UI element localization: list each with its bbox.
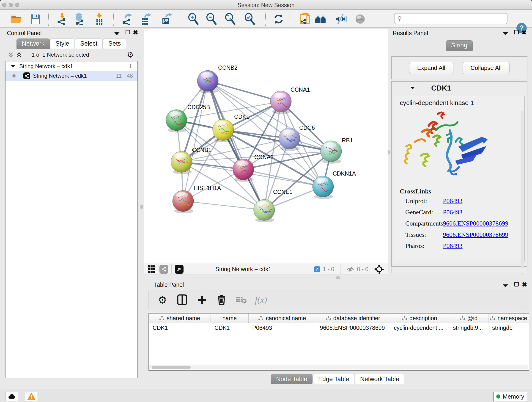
zoom-selected-button[interactable] xyxy=(243,13,256,26)
network-node-RB1[interactable] xyxy=(321,141,342,164)
delete-table-icon[interactable] xyxy=(235,294,247,306)
grid-view-icon[interactable] xyxy=(147,263,156,275)
scrollbar-thumb[interactable] xyxy=(152,366,191,369)
cell-shared-name: CDK1 xyxy=(149,323,211,332)
collapse-all-icon[interactable] xyxy=(7,51,14,58)
network-node-CDC6[interactable] xyxy=(279,128,300,151)
gear-icon[interactable]: ⚙ xyxy=(127,50,134,59)
protein-header-row[interactable]: CDK1 xyxy=(392,82,527,95)
import-network-file-button[interactable] xyxy=(56,13,69,26)
column-header[interactable]: canonical name xyxy=(249,313,316,323)
network-node-CCNA2[interactable] xyxy=(233,159,254,182)
uniprot-link[interactable]: P06493 xyxy=(443,197,462,205)
tab-string[interactable]: String xyxy=(446,40,473,51)
bottom-splitter-handle[interactable] xyxy=(336,276,340,279)
collapse-protein-icon[interactable] xyxy=(411,87,415,89)
tab-sets[interactable]: Sets xyxy=(103,38,126,49)
float-panel-icon[interactable] xyxy=(514,282,519,288)
show-columns-icon[interactable] xyxy=(176,294,188,306)
expand-all-button[interactable]: Expand All xyxy=(409,62,453,74)
create-column-plus-icon[interactable] xyxy=(196,294,208,306)
memory-button[interactable]: Memory xyxy=(493,392,527,401)
warnings-button[interactable] xyxy=(25,392,38,401)
panel-menu-icon[interactable] xyxy=(503,31,508,37)
save-session-button[interactable] xyxy=(29,13,42,26)
export-network-button[interactable] xyxy=(121,13,134,26)
network-collection-row[interactable]: String Network – cdk1 1 xyxy=(6,61,138,71)
panel-menu-icon[interactable] xyxy=(114,31,119,37)
table-row[interactable]: CDK1 CDK1 P06493 9606.ENSP00000378699 cy… xyxy=(149,323,529,332)
panel-menu-icon[interactable] xyxy=(503,283,508,289)
results-scrollbar[interactable] xyxy=(521,111,524,275)
search-input[interactable] xyxy=(404,15,507,22)
expand-all-icon[interactable] xyxy=(16,51,22,58)
column-header[interactable]: name xyxy=(211,313,249,323)
column-header[interactable]: shared name xyxy=(149,313,211,323)
selected-nodes-checkbox[interactable]: ✓ xyxy=(314,266,320,272)
table-settings-gear-icon[interactable]: ⚙ xyxy=(157,294,168,306)
tab-select[interactable]: Select xyxy=(75,38,103,49)
cell-description: cyclin-dependent ... xyxy=(390,323,449,332)
column-header[interactable]: @id xyxy=(449,313,488,323)
string-network-graph[interactable]: CCNB2CCNA1CDC25BCDK1CDC6RB1CCNB1CCNA2CDK… xyxy=(144,29,388,264)
collapse-all-button[interactable]: Collapse All xyxy=(462,62,510,74)
zoom-in-button[interactable] xyxy=(187,13,200,26)
close-panel-icon[interactable]: ✖ xyxy=(133,29,138,36)
first-neighbors-button[interactable] xyxy=(314,13,327,26)
network-node-CDC25B[interactable] xyxy=(166,109,187,133)
float-panel-icon[interactable] xyxy=(514,30,519,36)
network-search-box[interactable]: ⚲ xyxy=(394,13,507,24)
network-view-canvas[interactable]: CCNB2CCNA1CDC25BCDK1CDC6RB1CCNB1CCNA2CDK… xyxy=(144,29,388,264)
hide-selected-button[interactable] xyxy=(334,13,347,26)
clone-network-button[interactable] xyxy=(298,13,311,26)
table-horizontal-scrollbar[interactable] xyxy=(149,365,528,370)
network-node-CCNB1[interactable] xyxy=(171,151,192,174)
left-splitter-handle[interactable] xyxy=(140,205,143,209)
hidden-eye-icon[interactable] xyxy=(346,266,354,273)
export-table-button[interactable] xyxy=(140,13,152,26)
node-table[interactable]: shared name name canonical name database… xyxy=(148,313,529,371)
close-panel-icon[interactable]: ✖ xyxy=(521,29,527,36)
show-all-button[interactable] xyxy=(354,13,367,26)
cloud-button[interactable] xyxy=(5,392,18,401)
zoom-fit-button[interactable] xyxy=(224,13,237,26)
network-edge[interactable] xyxy=(223,130,331,151)
birdseye-navigator-icon[interactable] xyxy=(374,264,384,274)
close-panel-icon[interactable]: ✖ xyxy=(522,281,527,288)
network-node-CCNA1[interactable] xyxy=(270,91,291,114)
column-header[interactable]: database identifier xyxy=(316,313,390,323)
column-header[interactable]: description xyxy=(390,313,449,323)
function-builder-icon[interactable]: f(x) xyxy=(255,294,267,306)
network-edge[interactable] xyxy=(243,169,323,186)
hidden-nodes-count: 0 - 0 xyxy=(357,266,368,273)
network-node-CDKN1A[interactable] xyxy=(312,176,334,199)
tissues-link[interactable]: 9606.ENSP00000378699 xyxy=(443,231,508,238)
network-node-CDK1[interactable] xyxy=(213,119,234,142)
tab-network[interactable]: Network xyxy=(17,38,50,49)
network-row[interactable]: String Network – cdk1 11 48 xyxy=(6,71,138,81)
network-type-icon xyxy=(23,72,30,79)
genecard-link[interactable]: P06493 xyxy=(443,209,462,216)
tab-style[interactable]: Style xyxy=(50,38,75,49)
pharos-link[interactable]: P06493 xyxy=(443,242,462,249)
column-header[interactable]: namespace xyxy=(488,313,529,323)
export-image-button[interactable] xyxy=(160,13,173,26)
float-panel-icon[interactable] xyxy=(126,30,130,36)
refresh-view-button[interactable] xyxy=(272,13,285,26)
zoom-out-button[interactable] xyxy=(205,13,218,26)
tab-node-table[interactable]: Node Table xyxy=(271,374,312,384)
network-node-CCNB2[interactable] xyxy=(197,70,218,93)
tab-network-table[interactable]: Network Table xyxy=(355,374,405,384)
goto-network-icon[interactable] xyxy=(175,265,184,274)
import-network-database-button[interactable] xyxy=(73,13,86,26)
window-title: Session: New Session xyxy=(0,2,532,8)
tab-edge-table[interactable]: Edge Table xyxy=(313,374,355,384)
collapse-node-icon[interactable] xyxy=(11,65,15,67)
network-node-CCNE1[interactable] xyxy=(254,199,275,222)
results-horizontal-scrollbar[interactable] xyxy=(391,268,527,273)
delete-column-trash-icon[interactable] xyxy=(215,294,228,306)
network-node-HIST1H1A[interactable] xyxy=(172,191,194,213)
open-session-button[interactable] xyxy=(10,13,23,26)
import-table-file-button[interactable] xyxy=(93,13,106,26)
compartments-link[interactable]: 9606.ENSP00000378699 xyxy=(443,220,508,227)
